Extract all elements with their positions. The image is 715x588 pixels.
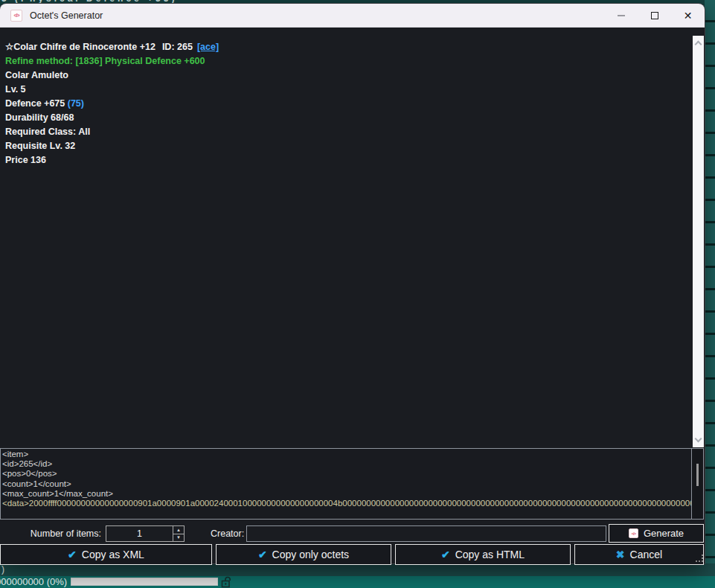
window-title: Octet's Generator [30, 10, 103, 21]
background-status-bar: 000000000 (0%) [0, 576, 715, 588]
minimize-button[interactable] [604, 4, 638, 28]
description-scrollbar[interactable] [693, 36, 704, 447]
cancel-x-icon: ✖ [616, 549, 625, 560]
copy-as-html-label: Copy as HTML [455, 549, 525, 560]
xml-line: <pos>0</pos> [2, 469, 690, 479]
octets-generator-window: </> Octet's Generator ✕ ☆Colar Chifre de… [0, 4, 705, 563]
copy-only-octets-button[interactable]: ✔ Copy only octets [216, 544, 391, 565]
check-icon: ✔ [68, 549, 77, 560]
titlebar[interactable]: </> Octet's Generator ✕ [0, 4, 705, 28]
item-price: Price 136 [5, 153, 219, 167]
item-description: ☆Colar Chifre de Rinoceronte +12ID: 265[… [5, 40, 219, 167]
item-title-line: ☆Colar Chifre de Rinoceronte +12ID: 265[… [5, 40, 219, 54]
item-name: ☆Colar Chifre de Rinoceronte +12 [5, 42, 155, 52]
creator-input[interactable] [246, 525, 606, 542]
xml-line: <item> [2, 450, 690, 459]
generate-icon-glyph: </> [632, 531, 636, 536]
generate-icon: </> [629, 528, 638, 538]
copy-only-octets-label: Copy only octets [272, 549, 350, 560]
xml-line: <max_count>1</max_count> [2, 489, 690, 499]
item-requisite-level: Requisite Lv. 32 [5, 139, 219, 153]
check-icon: ✔ [258, 549, 267, 560]
scroll-up-icon[interactable] [695, 41, 702, 48]
minimize-icon [618, 15, 625, 16]
item-refine-method: Refine method: [1836] Physical Defence +… [5, 54, 219, 68]
maximize-icon [651, 12, 658, 19]
generate-button[interactable]: </> Generate [609, 524, 704, 543]
copy-as-html-button[interactable]: ✔ Copy as HTML [395, 544, 571, 565]
generate-button-label: Generate [644, 528, 684, 539]
spinner-stepper: ▲ ▼ [173, 526, 184, 541]
item-type: Colar Amuleto [5, 68, 219, 83]
number-of-items-label: Number of items: [30, 528, 101, 539]
background-band: ) [0, 563, 715, 576]
close-button[interactable]: ✕ [671, 4, 705, 28]
scroll-down-icon[interactable] [695, 435, 702, 443]
ace-link[interactable]: [ace] [197, 42, 219, 52]
xml-line: <count>1</count> [2, 479, 690, 489]
item-required-class: Required Class: All [5, 125, 219, 139]
cancel-button[interactable]: ✖ Cancel [574, 544, 704, 565]
maximize-button[interactable] [638, 4, 671, 28]
item-defence-bonus: (75) [68, 98, 84, 109]
item-durability: Durability 68/68 [5, 111, 219, 125]
resize-grip[interactable] [696, 555, 703, 562]
xml-scrollbar-thumb[interactable] [696, 464, 699, 486]
close-icon: ✕ [684, 10, 693, 21]
xml-output-area[interactable]: <item> <id>265</id> <pos>0</pos> <count>… [0, 448, 704, 520]
app-icon-glyph: </> [13, 13, 19, 18]
item-level: Lv. 5 [5, 83, 219, 97]
copy-as-xml-label: Copy as XML [82, 549, 144, 560]
number-of-items-input[interactable] [106, 526, 173, 541]
item-id: ID: 265 [162, 42, 193, 52]
background-paren-text: ) [1, 564, 4, 575]
check-icon: ✔ [441, 549, 450, 560]
progress-bar [71, 578, 218, 586]
item-defence-line: Defence +675 (75) [5, 97, 219, 111]
padlock-icon [220, 576, 233, 588]
xml-line: <id>265</id> [2, 459, 690, 469]
number-of-items-spinner[interactable]: ▲ ▼ [106, 525, 185, 542]
cancel-button-label: Cancel [630, 549, 663, 560]
window-controls: ✕ [604, 4, 705, 28]
spinner-down-button[interactable]: ▼ [173, 534, 184, 542]
copy-as-xml-button[interactable]: ✔ Copy as XML [0, 544, 212, 565]
item-defence: Defence +675 [5, 98, 65, 109]
xml-scrollbar[interactable] [691, 449, 703, 519]
app-icon: </> [10, 10, 22, 22]
background-list-rows [705, 0, 715, 567]
spinner-up-button[interactable]: ▲ [173, 526, 184, 534]
status-counter-text: 000000000 (0%) [0, 576, 67, 587]
creator-label: Creator: [211, 528, 244, 539]
xml-data-line: <data>2000ffff00000000000000000901a00009… [2, 499, 690, 508]
